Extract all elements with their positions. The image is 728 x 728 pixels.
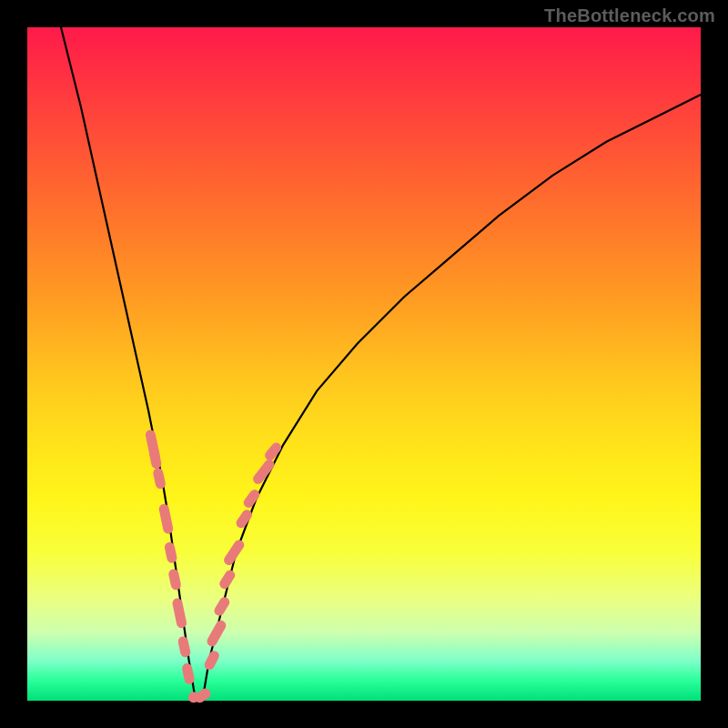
curve-marker xyxy=(225,575,230,583)
chart-frame: TheBottleneck.com xyxy=(0,0,728,728)
curve-marker xyxy=(248,495,255,503)
curve-marker xyxy=(158,473,161,484)
curve-marker xyxy=(229,545,239,561)
curve-marker xyxy=(187,669,190,680)
curve-marker xyxy=(270,448,277,456)
curve-marker xyxy=(199,689,210,700)
curve-marker xyxy=(212,625,221,641)
plot-area xyxy=(27,27,701,701)
curve-marker xyxy=(209,656,214,665)
curve-marker xyxy=(219,602,225,611)
curve-marker xyxy=(183,642,186,652)
curve-markers xyxy=(150,435,276,703)
curve-marker xyxy=(154,453,156,464)
curve-marker xyxy=(177,603,182,623)
curve-svg xyxy=(27,27,701,701)
curve-marker xyxy=(174,574,177,585)
watermark-text: TheBottleneck.com xyxy=(544,5,715,26)
curve-marker xyxy=(241,515,247,523)
bottleneck-curve xyxy=(61,27,701,701)
curve-marker xyxy=(164,509,168,529)
curve-marker xyxy=(169,547,172,558)
